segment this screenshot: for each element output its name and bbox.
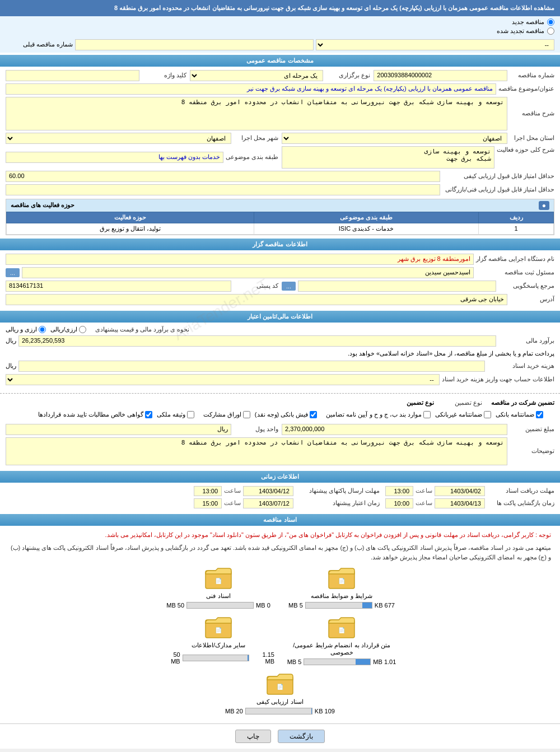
time-suffix-2: ساعت bbox=[224, 487, 241, 494]
activity-toggle-btn[interactable]: ● bbox=[539, 201, 549, 210]
file-max-terms: 5 MB bbox=[288, 602, 303, 609]
guarantee-checkbox-item: گواهی خالص مطالبات تایید شده قراردادها bbox=[38, 411, 152, 418]
postal-value: 8134617131 bbox=[6, 281, 231, 292]
guarantee-checkbox-1[interactable] bbox=[484, 411, 491, 418]
doc-fee-value bbox=[18, 361, 485, 372]
responsible-btn[interactable]: ... bbox=[6, 268, 20, 277]
file-size-row-technical: 0 MB50 MB bbox=[166, 602, 270, 609]
file-size-row-other: 1.15 MB50 MB bbox=[162, 651, 274, 665]
finance-method-label: نحوه ی برآورد مالی و قیمت پیشنهادی bbox=[88, 326, 189, 333]
guarantee-checkbox-4[interactable] bbox=[243, 411, 250, 418]
doc-fee-label: هزینه خرید اسناد bbox=[487, 362, 554, 370]
folder-icon: 📄 bbox=[266, 671, 294, 696]
title-label: عنوان/موضوع مناقصه bbox=[498, 85, 554, 92]
description-textarea[interactable]: توسعه و بهینه سازی شبکه برق جهت نیرورسان… bbox=[6, 97, 507, 130]
previous-tender-input[interactable] bbox=[75, 39, 314, 50]
min-quality-label: حداقل امتیاز قابل قبول ارزیابی کیفی bbox=[442, 172, 554, 180]
activity-desc-label: شرح کلی حوزه فعالیت bbox=[497, 146, 554, 153]
guarantee-amount-value: 2,370,000,000 bbox=[282, 424, 507, 435]
file-used-quality: 109 KB bbox=[315, 708, 335, 714]
tender-number-value: 2003093884000002 bbox=[374, 70, 507, 81]
file-name-terms: شرایط و ضوابط مناقصه bbox=[311, 592, 372, 600]
activity-desc-textarea[interactable]: توسعه و بهینه سازی شبکه برق جهت bbox=[282, 146, 494, 169]
file-row: 📄 اسناد ارزیابی کیفی109 KB20 MB bbox=[6, 671, 554, 714]
proposal-deadline-date: 1403/04/12 bbox=[243, 486, 293, 496]
min-tech-value bbox=[6, 184, 440, 195]
finance-section-header: اطلاعات مالی/تامین اعتبار bbox=[0, 311, 560, 323]
address-value: خیابان جی شرقی bbox=[6, 294, 507, 305]
svg-text:📄: 📄 bbox=[338, 577, 346, 585]
file-item-contract[interactable]: 📄 متن قرارداد به انضمام شرایط عمومی/خصوص… bbox=[286, 614, 398, 665]
city-label: شهر محل اجرا bbox=[234, 134, 278, 142]
doc-receive-date: 1403/04/02 bbox=[435, 486, 485, 496]
radio-new-label: مناقصه جدید bbox=[512, 18, 544, 26]
print-button[interactable]: چاپ bbox=[235, 730, 271, 743]
doc-receive-label: مهلت دریافت اسناد bbox=[487, 487, 554, 494]
reference-label: مرجع پاسخگویی bbox=[498, 282, 554, 289]
guarantee-checkbox-3[interactable] bbox=[310, 411, 317, 418]
folder-icon: 📄 bbox=[328, 565, 356, 590]
row-category: خدمات - کدبندی ISIC bbox=[254, 223, 479, 234]
back-button[interactable]: بازگشت bbox=[278, 730, 325, 743]
guarantee-amount-label: مبلغ تضمین bbox=[510, 426, 554, 433]
type-label: نوع برگزاری bbox=[325, 72, 370, 79]
guarantee-checkbox-0[interactable] bbox=[536, 411, 543, 418]
description-label: شرح مناقصه bbox=[510, 110, 554, 117]
file-progress-terms bbox=[305, 602, 372, 609]
postal-label: کد پستی bbox=[234, 282, 278, 289]
guarantee-desc-textarea[interactable]: توسعه و بهینه سازی شبکه برق جهت نیرورسان… bbox=[6, 437, 507, 465]
guarantee-checkbox-item: فیش بانکی (وجه نقد) bbox=[255, 411, 318, 418]
radio-new[interactable] bbox=[547, 18, 554, 26]
guarantee-checkbox-label-3: فیش بانکی (وجه نقد) bbox=[255, 411, 309, 418]
guarantee-checkbox-6[interactable] bbox=[145, 411, 152, 418]
page-title: مشاهده اطلاعات مناقصه عمومی همزمان با ار… bbox=[0, 0, 560, 16]
file-size-row-terms: 677 KB5 MB bbox=[288, 602, 395, 609]
opening-label: زمان بازگشایی پاکت ها bbox=[487, 499, 554, 507]
opening-date: 1403/04/13 bbox=[435, 498, 485, 508]
finance-radio2[interactable] bbox=[39, 326, 46, 333]
file-progress-other bbox=[183, 655, 250, 661]
finance-method-val2: ارزی و ریالی bbox=[6, 326, 37, 333]
general-section-header: مشخصات مناقصه عمومی bbox=[0, 55, 560, 67]
file-name-technical: اسناد فنی bbox=[206, 592, 230, 600]
payment-note: پرداخت تمام و یا بخشی از مبلغ مناقصه، از… bbox=[348, 349, 554, 358]
city-select[interactable]: اصفهان bbox=[6, 133, 231, 144]
account-select[interactable]: -- bbox=[6, 374, 440, 385]
province-label: استان محل اجرا bbox=[510, 134, 554, 142]
guarantee-unit-label: واحد پول bbox=[234, 426, 278, 433]
file-row: 📄 شرایط و ضوابط مناقصه677 KB5 MB 📄 اسناد… bbox=[6, 565, 554, 609]
guarantee-checkbox-2[interactable] bbox=[423, 411, 431, 418]
guarantee-checkbox-label-6: گواهی خالص مطالبات تایید شده قراردادها bbox=[38, 411, 143, 418]
radio-renewed[interactable] bbox=[547, 27, 554, 35]
activity-table: ردیف طبقه بندی موضوعی حوزه فعالیت 1خدمات… bbox=[6, 212, 554, 235]
file-item-technical[interactable]: 📄 اسناد فنی0 MB50 MB bbox=[162, 565, 274, 609]
file-progress-quality bbox=[245, 708, 312, 714]
time-suffix-4: ساعت bbox=[224, 499, 241, 507]
org-label: نام دستگاه اجرایی مناقصه گزار bbox=[476, 255, 554, 263]
guarantee-unit-value: ریال bbox=[6, 424, 231, 435]
reference-value bbox=[298, 281, 496, 292]
previous-tender-select[interactable]: -- bbox=[316, 39, 554, 50]
guarantee-section-label: تضمین شرکت در مناقصه bbox=[491, 399, 554, 407]
guarantee-checkbox-5[interactable] bbox=[187, 411, 194, 418]
guarantee-checkbox-item: ضمانتنامه غیربانکی bbox=[435, 411, 491, 418]
svg-text:📄: 📄 bbox=[277, 683, 284, 690]
file-item-other[interactable]: 📄 سایر مدارک/اطلاعات1.15 MB50 MB bbox=[162, 614, 274, 665]
col-activity: حوزه فعالیت bbox=[7, 212, 254, 223]
file-name-contract: متن قرارداد به انضمام شرایط عمومی/خصوصی bbox=[286, 642, 398, 656]
province-select[interactable]: اصفهان bbox=[282, 133, 507, 144]
row-num: 1 bbox=[479, 223, 554, 234]
type-select[interactable]: یک مرحله ای bbox=[190, 70, 324, 81]
file-item-terms[interactable]: 📄 شرایط و ضوابط مناقصه677 KB5 MB bbox=[286, 565, 398, 609]
finance-radio1[interactable] bbox=[79, 326, 86, 333]
reference-btn[interactable]: ... bbox=[282, 282, 296, 291]
radio-renewed-label: مناقصه تجدید شده bbox=[497, 27, 544, 35]
doc-fee-currency: ریال bbox=[6, 362, 16, 370]
folder-icon: 📄 bbox=[204, 565, 232, 590]
responsible-value: اسیدحسین سیدین bbox=[22, 267, 474, 278]
guarantee-type-header: نوع تضمین bbox=[407, 399, 434, 407]
file-item-quality[interactable]: 📄 اسناد ارزیابی کیفی109 KB20 MB bbox=[224, 671, 336, 714]
keyword-input[interactable] bbox=[6, 70, 139, 81]
file-max-technical: 50 MB bbox=[166, 602, 184, 609]
file-used-terms: 677 KB bbox=[375, 602, 395, 609]
